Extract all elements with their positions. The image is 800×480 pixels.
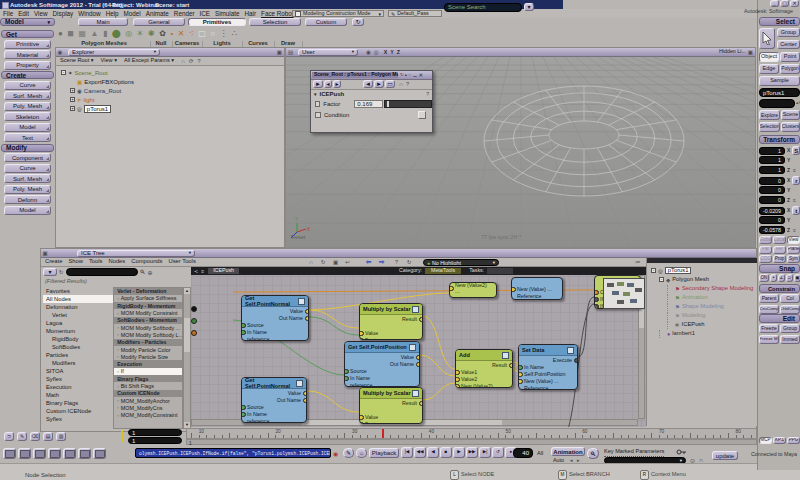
shelf-group-null[interactable]: Null: [150, 41, 173, 47]
explorer-menu-icon[interactable]: ◉: [56, 49, 64, 55]
node-port[interactable]: Value: [360, 329, 422, 336]
stop-button[interactable]: ■: [440, 447, 452, 458]
ppg-minimize-icon[interactable]: ▁: [413, 72, 416, 77]
ice-list-item[interactable]: ▫If: [114, 368, 182, 375]
ice-node-set-data[interactable]: Set DataExecuteIn NameSelf.PointPosition…: [518, 344, 578, 390]
tab-custom[interactable]: Custom: [305, 18, 347, 27]
sphere-icon[interactable]: ●: [58, 29, 63, 38]
translate-mode-button[interactable]: t: [792, 206, 800, 215]
ice-list-item[interactable]: ▫MOM_ModifyCns: [114, 404, 182, 411]
group-button[interactable]: Group: [777, 28, 800, 37]
node-port[interactable]: Factor: [360, 336, 422, 340]
toolbar-button-curve[interactable]: Curve: [4, 164, 51, 173]
node-port[interactable]: Reference: [519, 384, 577, 390]
toolbar-button-poly--mesh[interactable]: Poly. Mesh: [4, 185, 51, 194]
ice-category-execution[interactable]: Execution: [43, 383, 113, 391]
toolbar-button-curve[interactable]: Curve: [4, 81, 51, 90]
node-port[interactable]: New (Value) ...: [519, 377, 577, 384]
node-edit-box[interactable]: [502, 352, 509, 359]
shelf-group-lights[interactable]: Lights: [202, 41, 243, 47]
scene-search-input[interactable]: Scene Search: [444, 3, 522, 12]
axis-letter-z[interactable]: Z: [397, 49, 400, 55]
node-port[interactable]: Value: [360, 413, 422, 420]
filter-edge-button[interactable]: Edge: [759, 64, 779, 74]
tab-main[interactable]: Main: [78, 18, 128, 27]
ice-search-refresh-icon[interactable]: ↻: [59, 269, 64, 275]
jump-end-button[interactable]: ▶|: [479, 447, 491, 458]
step-back-button[interactable]: ◀: [427, 447, 439, 458]
tab-selection[interactable]: Selection: [249, 18, 301, 27]
filter-object-button[interactable]: Object: [759, 52, 779, 62]
axis-letter-y[interactable]: Y: [390, 49, 394, 55]
ice-category-modifiers[interactable]: Modifiers: [43, 359, 113, 367]
explorer-tree-item[interactable]: +◎pTorus1: [59, 104, 284, 113]
ice-graph[interactable]: ≺ ≡ ICEPush Category: MetaTools Tasks: G…: [191, 267, 646, 427]
cone-icon[interactable]: ▲: [91, 29, 99, 38]
collapse-icon[interactable]: -: [651, 268, 656, 273]
update-button[interactable]: update: [712, 451, 738, 460]
node-port[interactable]: New (Value2) ...: [450, 284, 496, 291]
selection-name-field[interactable]: pTorus1: [759, 88, 800, 97]
ref-button-sym[interactable]: Sym: [787, 255, 800, 263]
layout-toggle-icon[interactable]: [93, 448, 106, 459]
ice-category-deformation[interactable]: Deformation: [43, 303, 113, 311]
ice-list-scrollbar[interactable]: ▲ ▼: [183, 287, 191, 429]
grid-icon[interactable]: ▦: [78, 29, 86, 38]
rotate-z-field[interactable]: 0: [759, 196, 785, 204]
script-command-field[interactable]: olymsh.ICEPush.ICEPush.IfNode.if(false",…: [135, 448, 331, 458]
snap-icon-0[interactable]: •: [770, 274, 777, 282]
constrain-parent-button[interactable]: Parent: [759, 294, 779, 303]
explorer-menu-all-except-params[interactable]: All Except Params ▾: [124, 58, 174, 64]
edit-freeze-button[interactable]: Freeze: [759, 324, 779, 333]
viewport-camera-dropdown[interactable]: User▾: [298, 49, 358, 56]
mcp-tab-mcp[interactable]: MCP: [759, 437, 772, 444]
ice-category-syflex[interactable]: Syflex: [43, 375, 113, 383]
center-button[interactable]: Center: [777, 40, 800, 49]
ice-sync-icon[interactable]: ↻: [407, 259, 412, 265]
ice-category-rigidbody[interactable]: RigidBody: [43, 335, 113, 343]
shelf-group-draw[interactable]: Draw: [274, 41, 303, 47]
tab-general[interactable]: General: [133, 18, 185, 27]
ice-category-softbodies[interactable]: SoftBodies: [43, 343, 113, 351]
toolbar-button-model[interactable]: Model: [4, 206, 51, 215]
play-button[interactable]: ▶: [453, 447, 465, 458]
jump-start-button[interactable]: |◀: [401, 447, 413, 458]
ice-menu-compounds[interactable]: Compounds: [131, 259, 162, 265]
ppg-pin-icon[interactable]: ▴: [405, 72, 407, 77]
ice-tree-item[interactable]: -◆Polygon Mesh: [649, 275, 757, 284]
ice-list-item[interactable]: ▫Apply Surface Stiffness: [114, 295, 182, 302]
clusters-button[interactable]: Clusters: [781, 122, 800, 132]
toolbar-button-primitive[interactable]: Primitive: [4, 40, 51, 49]
ice-list-item[interactable]: ▫MOM Modify Constraint: [114, 309, 182, 316]
tasks-value-dropdown[interactable]: [487, 268, 513, 274]
eraser-icon[interactable]: ⌫: [30, 432, 40, 441]
menu-help[interactable]: Help: [106, 10, 119, 17]
constrain-chldcomp-button[interactable]: ChldComp: [780, 305, 800, 314]
ice-category-binary-flags[interactable]: Binary Flags: [43, 399, 113, 407]
ice-refresh-icon[interactable]: ↻: [321, 259, 326, 265]
factor-input[interactable]: 0.169: [354, 100, 383, 108]
node-port[interactable]: Source: [242, 403, 306, 410]
tab-primitives[interactable]: Primitives: [188, 18, 246, 27]
explorer-menu-view[interactable]: View ▾: [101, 58, 117, 64]
ice-menu-show[interactable]: Show: [68, 259, 83, 265]
shelf-group-polygon-meshes[interactable]: Polygon Meshes: [58, 41, 151, 47]
script-home-button[interactable]: ⌂: [356, 448, 367, 458]
ice-tree-item[interactable]: ●lambert1: [649, 329, 757, 338]
transform-panel-header[interactable]: Transform: [759, 135, 800, 144]
ice-list-item[interactable]: ▫MOM Modify Softbody ...: [114, 324, 182, 331]
ice-category-sitoa[interactable]: SITOA: [43, 367, 113, 375]
ice-tree-item[interactable]: ✳ICEPush: [649, 320, 757, 329]
ppg-pointer-button[interactable]: ►: [313, 80, 323, 88]
collapse-icon[interactable]: -: [659, 277, 664, 282]
ice-category-lagoa[interactable]: Lagoa: [43, 319, 113, 327]
all-frames-label[interactable]: All: [537, 451, 543, 457]
menu-render[interactable]: Render: [174, 10, 195, 17]
explorer-panel-icon[interactable]: ▣: [277, 49, 282, 55]
ppg-forward-button[interactable]: ►: [374, 80, 384, 88]
node-port[interactable]: New (Value2) ...: [456, 382, 512, 388]
selection-extra-field[interactable]: [759, 99, 795, 108]
edit-immed-button[interactable]: Immed: [780, 335, 800, 344]
construction-mode-dropdown[interactable]: Modeling Construction Mode ▾: [292, 10, 384, 18]
key-search-button[interactable]: 🔍︎: [587, 448, 599, 459]
